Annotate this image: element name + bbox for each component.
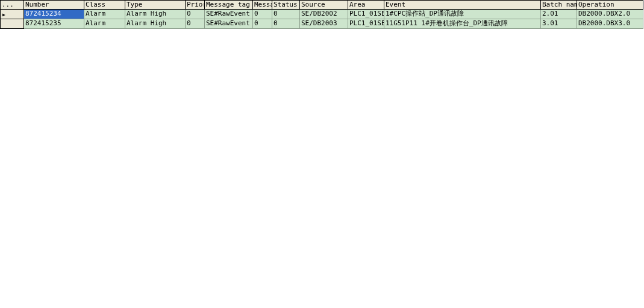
cell-number[interactable]: 872415235 [24, 19, 84, 29]
cell-message[interactable]: 0 [253, 19, 272, 29]
cell-operation[interactable]: DB2000.DBX2.0 [577, 10, 643, 19]
col-header-source[interactable]: Source [300, 0, 348, 10]
cell-priority[interactable]: 0 [186, 19, 205, 29]
col-header-batch-name[interactable]: Batch name [541, 0, 577, 10]
cell-message-tag[interactable]: SE#RawEvent [205, 10, 253, 19]
cell-event[interactable]: 1#CPC操作站_DP通讯故障 [384, 10, 541, 19]
cell-operation[interactable]: DB2000.DBX3.0 [577, 19, 643, 29]
col-header-selector[interactable]: ... [0, 0, 24, 10]
cell-area[interactable]: PLC1_01SE [348, 19, 384, 29]
cell-class[interactable]: Alarm [84, 10, 125, 19]
col-header-event[interactable]: Event [384, 0, 541, 10]
cell-area[interactable]: PLC1_01SE [348, 10, 384, 19]
cell-priority[interactable]: 0 [186, 10, 205, 19]
grid-header-row: ... Number Class Type Priority Message t… [0, 0, 644, 10]
alarm-grid[interactable]: ... Number Class Type Priority Message t… [0, 0, 644, 29]
cell-batch-name[interactable]: 3.01 [541, 19, 577, 29]
row-selector[interactable] [0, 19, 24, 29]
cell-source[interactable]: SE/DB2003 [300, 19, 348, 29]
cell-message-tag[interactable]: SE#RawEvent [205, 19, 253, 29]
cell-event[interactable]: 11G51P11 1#开卷机操作台_DP通讯故障 [384, 19, 541, 29]
row-selector[interactable] [0, 10, 24, 19]
cell-type[interactable]: Alarm High [125, 10, 186, 19]
cell-message[interactable]: 0 [253, 10, 272, 19]
col-header-status-text[interactable]: Status text [272, 0, 300, 10]
cell-status-text[interactable]: 0 [272, 19, 300, 29]
col-header-class[interactable]: Class [84, 0, 125, 10]
cell-status-text[interactable]: 0 [272, 10, 300, 19]
col-header-message-tag[interactable]: Message tag [205, 0, 253, 10]
cell-type[interactable]: Alarm High [125, 19, 186, 29]
col-header-operation[interactable]: Operation [577, 0, 643, 10]
cell-source[interactable]: SE/DB2002 [300, 10, 348, 19]
cell-batch-name[interactable]: 2.01 [541, 10, 577, 19]
col-header-type[interactable]: Type [125, 0, 186, 10]
cell-class[interactable]: Alarm [84, 19, 125, 29]
table-row[interactable]: 872415235 Alarm Alarm High 0 SE#RawEvent… [0, 19, 644, 29]
col-header-number[interactable]: Number [24, 0, 84, 10]
col-header-message[interactable]: Message [253, 0, 272, 10]
col-header-area[interactable]: Area [348, 0, 384, 10]
table-row[interactable]: 872415234 Alarm Alarm High 0 SE#RawEvent… [0, 10, 644, 19]
cell-number[interactable]: 872415234 [24, 10, 84, 19]
col-header-priority[interactable]: Priority [186, 0, 205, 10]
